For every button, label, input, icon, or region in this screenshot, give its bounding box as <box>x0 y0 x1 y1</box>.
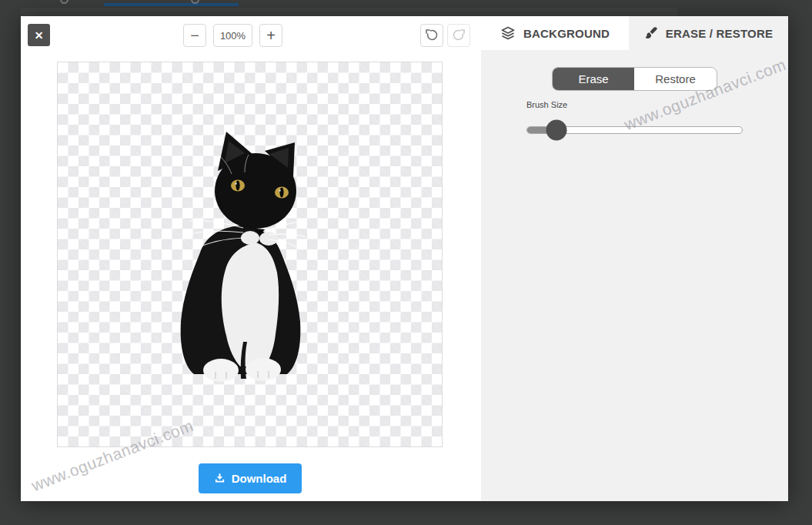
zoom-level-display: 100% <box>213 24 252 47</box>
brush-size-slider <box>526 120 743 141</box>
background-page-text-fragment <box>60 0 69 4</box>
brush-size-label: Brush Size <box>526 100 567 109</box>
erase-mode-button[interactable]: Erase <box>553 68 634 90</box>
tab-erase-restore[interactable]: ERASE / RESTORE <box>629 16 788 50</box>
tab-background[interactable]: BACKGROUND <box>481 16 629 50</box>
background-page-active-tab-underline <box>104 3 239 6</box>
undo-button[interactable] <box>420 24 443 47</box>
paintbrush-icon <box>644 26 658 40</box>
layers-icon <box>500 25 516 41</box>
restore-mode-button[interactable]: Restore <box>634 68 717 90</box>
panel-tabbar: BACKGROUND ERASE / RESTORE <box>481 16 788 50</box>
zoom-in-button[interactable]: + <box>259 24 282 47</box>
tab-erase-restore-label: ERASE / RESTORE <box>666 27 773 40</box>
tab-background-label: BACKGROUND <box>523 27 610 40</box>
download-label: Download <box>232 472 287 485</box>
zoom-out-button[interactable]: − <box>183 24 206 47</box>
brush-size-thumb[interactable] <box>546 120 567 141</box>
editor-modal: ✕ − 100% + <box>21 16 788 501</box>
cat-image <box>175 129 306 382</box>
tools-panel: BACKGROUND ERASE / RESTORE Erase Restore… <box>481 16 788 501</box>
download-icon <box>214 473 226 484</box>
background-page-band <box>21 8 677 16</box>
redo-icon <box>452 28 466 44</box>
download-button[interactable]: Download <box>199 463 302 493</box>
image-canvas[interactable] <box>57 62 443 447</box>
undo-icon <box>425 28 439 44</box>
close-button[interactable]: ✕ <box>28 24 50 46</box>
erase-restore-toggle: Erase Restore <box>552 67 717 91</box>
redo-button[interactable] <box>447 24 470 47</box>
